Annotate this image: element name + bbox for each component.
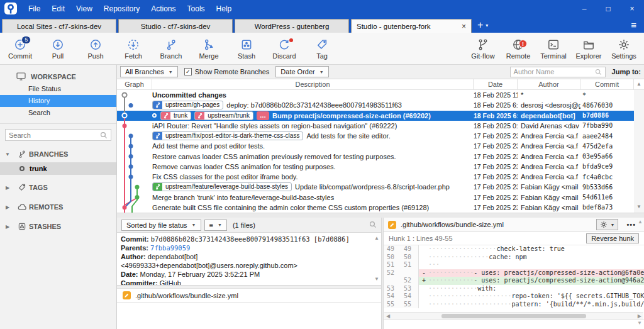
chevron-down-icon[interactable]: ▼ (0, 152, 15, 157)
close-button[interactable]: × (620, 0, 644, 18)
menubar: FileEditViewRepositoryActionsToolsHelp (23, 4, 237, 13)
column-header-date[interactable]: Date (474, 79, 518, 89)
column-header-graph[interactable]: Graph (117, 79, 152, 89)
tab-label: Studio - cf7-skins-dev (141, 23, 211, 30)
scroll-left-icon[interactable]: ◀ (386, 313, 390, 319)
menu-repository[interactable]: Repository (98, 4, 145, 13)
commit-button[interactable]: 5Commit (6, 38, 34, 60)
menu-file[interactable]: File (23, 4, 46, 13)
stash-button[interactable]: Stash (233, 38, 260, 60)
view-mode-dropdown[interactable]: ≡▼ (204, 220, 227, 231)
sidebar-search[interactable] (5, 129, 111, 141)
menu-tools[interactable]: Tools (182, 4, 211, 13)
commit-row-5[interactable]: Add test theme and post editor tests.17 … (117, 141, 644, 151)
chevron-right-icon[interactable]: ▶ (0, 204, 15, 210)
fetch-button[interactable]: Fetch (119, 38, 147, 60)
branch-badge[interactable]: upstream/trunk (194, 111, 253, 120)
scrollbar-down-icon[interactable]: ▼ (636, 204, 641, 213)
repo-tab-2[interactable]: WordPress - gutenberg (235, 19, 349, 33)
branch-badge[interactable]: upstream/feature/leverage-build-base-sty… (152, 182, 292, 191)
author-label: Author: (121, 253, 146, 260)
hunk-label: Hunk 1 : Lines 49-55 (389, 235, 453, 242)
menu-edit[interactable]: Edit (46, 4, 70, 13)
scrollbar-up-icon[interactable]: ▲ (634, 79, 644, 89)
branch-badge[interactable]: trunk (160, 111, 191, 120)
branches-filter-dropdown[interactable]: All Branches▼ (120, 66, 178, 77)
branch-badge[interactable]: … (257, 111, 269, 120)
author-name-search-input[interactable]: Author Name (510, 67, 606, 77)
minimize-button[interactable]: – (572, 0, 596, 18)
sidebar-item-history[interactable]: History (0, 95, 116, 107)
repo-tab-3[interactable]: Studio - gutenberg-fork× (351, 19, 472, 33)
sidebar-item-file-status[interactable]: File Status (0, 83, 116, 95)
app-menu-icon[interactable]: ≡ (631, 20, 636, 30)
horizontal-splitter[interactable] (117, 213, 644, 218)
repo-tab-1[interactable]: Studio - cf7-skins-dev (118, 19, 233, 33)
scrollbar-thumb[interactable] (441, 314, 587, 318)
commit-row-11[interactable]: Generate built CSS file containing the a… (117, 203, 644, 213)
file-search-icon[interactable] (369, 221, 377, 230)
pull-button[interactable]: Pull (44, 38, 72, 60)
sidebar-group-branches[interactable]: ▼BRANCHES (0, 147, 116, 161)
menu-help[interactable]: Help (211, 4, 238, 13)
remote-button[interactable]: !Remote (504, 38, 532, 60)
commit-row-8[interactable]: Fix CSS classes for the post editor ifra… (117, 172, 644, 182)
sidebar-group-stashes[interactable]: ▶STASHES (0, 220, 116, 233)
menu-actions[interactable]: Actions (145, 4, 181, 13)
branch-badge[interactable]: upstream/fix/post-editor-is-dark-theme-c… (152, 131, 303, 140)
commit-author: Andrea Fercia <a.f (518, 173, 580, 181)
branch-button[interactable]: Branch (157, 38, 185, 60)
push-button[interactable]: Push (82, 38, 109, 60)
merge-button[interactable]: Merge (195, 38, 223, 60)
order-dropdown[interactable]: Date Order▼ (275, 66, 328, 77)
commit-row-2[interactable]: trunkupstream/trunk…Bump preactjs/compre… (117, 111, 644, 121)
explorer-button[interactable]: Explorer (575, 38, 602, 60)
repo-tab-0[interactable]: Local Sites - cf7-skins-dev (2, 19, 116, 33)
reverse-hunk-button[interactable]: Reverse hunk (586, 233, 639, 243)
settings-button[interactable]: Settings (610, 38, 638, 60)
commit-hash: bfda9ce9 (580, 163, 634, 170)
scroll-right-icon[interactable]: ▶ (638, 313, 641, 319)
maximize-button[interactable]: □ (596, 0, 620, 18)
parent-hash-link[interactable]: 7fbba99059 (150, 244, 190, 252)
branch-badge[interactable]: upstream/gh-pages (152, 101, 223, 109)
sort-files-dropdown[interactable]: Sorted by file status▼ (121, 220, 201, 231)
show-remote-branches-checkbox[interactable]: ✓ Show Remote Branches (184, 68, 270, 75)
commit-row-0[interactable]: Uncommitted changes18 Feb 2025 11:26** (117, 90, 644, 100)
scrollbar-up-icon[interactable]: ▲ (374, 234, 379, 243)
diff-horizontal-scrollbar[interactable]: ◀ ▶ (384, 312, 643, 320)
sidebar-item-search[interactable]: Search (0, 107, 116, 119)
scrollbar-down-icon[interactable]: ▼ (637, 320, 642, 326)
sidebar-group-remotes[interactable]: ▶REMOTES (0, 200, 116, 214)
tab-list-caret-icon[interactable]: ▾ (486, 23, 488, 28)
changed-file-row[interactable]: .github/workflows/bundle-size.yml (117, 289, 381, 303)
diff-settings-dropdown[interactable]: ▼ (596, 219, 619, 230)
column-header-author[interactable]: Author (518, 79, 580, 89)
commit-row-1[interactable]: upstream/gh-pagesdeploy: b7d0886b028c373… (117, 100, 644, 110)
more-options-button[interactable]: ••• (626, 221, 636, 228)
column-header-description[interactable]: Description (152, 79, 474, 89)
tag-button[interactable]: Tag (308, 38, 336, 60)
commit-row-9[interactable]: upstream/feature/leverage-build-base-sty… (117, 182, 644, 192)
git-flow-button[interactable]: Git-flow (469, 38, 497, 60)
commit-row-3[interactable]: iAPI Router: Revert "Handle styles asset… (117, 121, 644, 131)
commit-row-10[interactable]: Merge branch 'trunk' into feature/levera… (117, 192, 644, 203)
commit-list-scrollbar[interactable]: ▼ (634, 90, 644, 213)
scrollbar-up-icon[interactable]: ▲ (638, 219, 643, 225)
chevron-right-icon[interactable]: ▶ (0, 185, 15, 191)
new-tab-button[interactable]: + (477, 19, 483, 31)
scrollbar-down-icon[interactable]: ▼ (374, 275, 379, 284)
close-tab-icon[interactable]: × (462, 22, 466, 31)
chevron-right-icon[interactable]: ▶ (0, 224, 15, 230)
column-header-commit[interactable]: Commit (580, 79, 634, 89)
discard-button[interactable]: Discard (270, 38, 298, 60)
sidebar-search-input[interactable] (9, 131, 100, 139)
sidebar-group-tags[interactable]: ▶TAGS (0, 181, 116, 194)
menu-view[interactable]: View (70, 4, 98, 13)
commit-row-7[interactable]: Remove canvas loader CSS animation for t… (117, 162, 644, 172)
branch-item-trunk[interactable]: trunk (0, 162, 116, 175)
branch-badge-label: … (257, 111, 269, 120)
terminal-button[interactable]: Terminal (540, 38, 567, 60)
commit-row-6[interactable]: Restore canvas loader CSS animation prev… (117, 152, 644, 162)
commit-row-4[interactable]: upstream/fix/post-editor-is-dark-theme-c… (117, 131, 644, 141)
